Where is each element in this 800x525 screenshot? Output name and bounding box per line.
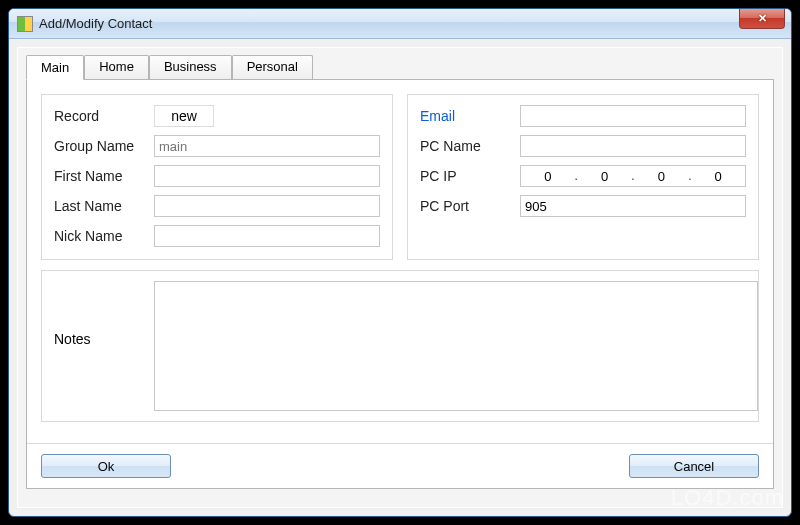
pc-name-input[interactable] [520, 135, 746, 157]
pc-name-label: PC Name [420, 138, 520, 154]
ok-button[interactable]: Ok [41, 454, 171, 478]
last-name-label: Last Name [54, 198, 154, 214]
tab-business[interactable]: Business [149, 55, 232, 80]
nick-name-label: Nick Name [54, 228, 154, 244]
close-icon: ✕ [758, 12, 767, 25]
tab-strip: Main Home Business Personal [26, 54, 782, 79]
email-input[interactable] [520, 105, 746, 127]
app-icon [17, 16, 33, 32]
ip-octet-4[interactable] [691, 166, 744, 186]
pc-ip-input[interactable]: . . . [520, 165, 746, 187]
window-title: Add/Modify Contact [39, 16, 739, 31]
button-bar: Ok Cancel [27, 443, 773, 488]
pc-port-label: PC Port [420, 198, 520, 214]
record-label: Record [54, 108, 154, 124]
record-value: new [154, 105, 214, 127]
tab-main[interactable]: Main [26, 55, 84, 80]
fieldset-left: Record new Group Name First Name Last Na… [41, 94, 393, 260]
pc-port-input[interactable] [520, 195, 746, 217]
nick-name-input[interactable] [154, 225, 380, 247]
ip-octet-2[interactable] [578, 166, 631, 186]
cancel-button[interactable]: Cancel [629, 454, 759, 478]
first-name-input[interactable] [154, 165, 380, 187]
dialog-window: Add/Modify Contact ✕ Main Home Business … [8, 8, 792, 517]
notes-label: Notes [54, 281, 154, 411]
group-name-label: Group Name [54, 138, 154, 154]
titlebar[interactable]: Add/Modify Contact ✕ [9, 9, 791, 39]
ip-octet-1[interactable] [521, 166, 574, 186]
group-name-input [154, 135, 380, 157]
close-button[interactable]: ✕ [739, 9, 785, 29]
client-area: Main Home Business Personal Record new G… [17, 47, 783, 508]
first-name-label: First Name [54, 168, 154, 184]
tab-panel-main: Record new Group Name First Name Last Na… [26, 79, 774, 489]
tab-home[interactable]: Home [84, 55, 149, 80]
fieldset-right: Email PC Name PC IP . . [407, 94, 759, 260]
pc-ip-label: PC IP [420, 168, 520, 184]
notes-textarea[interactable] [154, 281, 758, 411]
tab-personal[interactable]: Personal [232, 55, 313, 80]
ip-octet-3[interactable] [635, 166, 688, 186]
email-label[interactable]: Email [420, 108, 520, 124]
last-name-input[interactable] [154, 195, 380, 217]
notes-group: Notes [41, 270, 759, 422]
